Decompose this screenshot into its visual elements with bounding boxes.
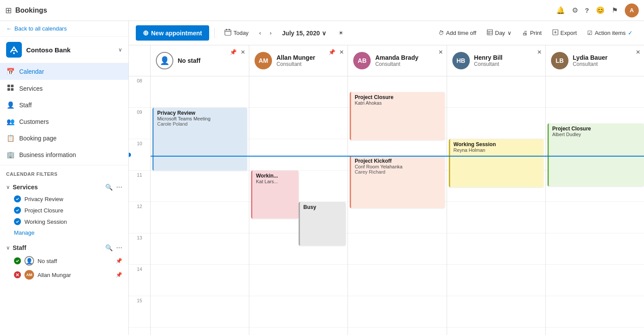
prev-arrow-icon: ‹ <box>259 30 261 36</box>
staff-col-henry: HB Henry Bill Consultant ✕ <box>447 45 546 76</box>
date-picker-button[interactable]: July 15, 2020 ∨ <box>278 27 331 39</box>
emoji-icon[interactable]: 😊 <box>596 6 605 14</box>
customers-nav-icon: 👥 <box>6 118 15 126</box>
time-11: 11 <box>129 171 150 202</box>
services-search-icon[interactable]: 🔍 <box>105 184 113 191</box>
clock-icon: ⏱ <box>438 30 444 36</box>
time-14: 14 <box>129 265 150 296</box>
print-icon: 🖨 <box>522 30 528 36</box>
cal-col-lydia[interactable]: Project Closure Albert Dudley <box>546 76 644 335</box>
henry-col-role: Consultant <box>474 61 503 67</box>
next-button[interactable]: › <box>267 27 274 39</box>
settings-icon[interactable]: ⚙ <box>572 6 578 14</box>
appointment-busy-allan[interactable]: Busy <box>299 202 346 246</box>
add-time-off-button[interactable]: ⏱ Add time off <box>434 27 481 39</box>
apt-sub: Reyna Holman <box>454 147 540 153</box>
content-area: ⊕ New appointment Today ‹ › July 15, 202… <box>129 21 644 335</box>
appointment-project-closure-lydia[interactable]: Project Closure Albert Dudley <box>548 123 644 186</box>
filter-working-session[interactable]: Working Session <box>0 216 128 227</box>
flag-icon[interactable]: ⚑ <box>612 6 618 14</box>
lydia-col-role: Consultant <box>573 61 608 67</box>
new-appointment-button[interactable]: ⊕ New appointment <box>136 25 209 41</box>
allan-col-name: Allan Munger <box>276 54 315 61</box>
nostaff-col-avatar: 👤 <box>156 52 173 69</box>
action-items-check: ✓ <box>628 30 633 36</box>
services-filter-header[interactable]: ∨ Services 🔍 ⋯ <box>0 181 128 193</box>
services-more-icon[interactable]: ⋯ <box>116 184 122 191</box>
apt-title: Working Session <box>454 141 540 147</box>
nostaff-avatar: 👤 <box>24 256 34 266</box>
allan-col-close-icon[interactable]: ✕ <box>339 49 344 55</box>
nav-customers[interactable]: 👥 Customers <box>0 113 128 130</box>
henry-col-close-icon[interactable]: ✕ <box>537 49 542 55</box>
lydia-col-close-icon[interactable]: ✕ <box>636 49 641 55</box>
back-to-calendars[interactable]: ← Back to all calendars <box>0 21 128 37</box>
nostaff-pin-icon[interactable]: 📌 <box>116 258 122 264</box>
staff-col-amanda: AB Amanda Brady Consultant ✕ <box>348 45 447 76</box>
today-button[interactable]: Today <box>220 26 253 40</box>
nostaff-col-close-icon[interactable]: ✕ <box>241 49 245 55</box>
action-items-button[interactable]: ☑ Action items ✓ <box>583 27 637 39</box>
apt-title: Workin... <box>256 173 295 179</box>
print-button[interactable]: 🖨 Print <box>518 27 546 39</box>
allan-col-pin-icon[interactable]: 📌 <box>328 49 335 55</box>
amanda-col-info: Amanda Brady Consultant <box>375 54 418 67</box>
amanda-col-close-icon[interactable]: ✕ <box>438 49 443 55</box>
user-avatar[interactable]: A <box>625 3 639 17</box>
hour-line <box>151 296 249 328</box>
allan-pin-icon[interactable]: 📌 <box>116 272 122 278</box>
day-view-button[interactable]: Day ∨ <box>482 27 516 39</box>
amanda-col-name: Amanda Brady <box>375 54 418 61</box>
nostaff-col-pin-icon[interactable]: 📌 <box>230 49 237 55</box>
next-arrow-icon: › <box>270 30 272 36</box>
filter-project-closure[interactable]: Project Closure <box>0 205 128 216</box>
svg-rect-9 <box>226 29 227 31</box>
export-button[interactable]: Export <box>548 27 582 39</box>
nav-staff[interactable]: 👤 Staff <box>0 97 128 113</box>
help-icon[interactable]: ? <box>585 7 589 14</box>
time-09: 09 <box>129 108 150 139</box>
staff-filter-allan[interactable]: AM Allan Mungar 📌 <box>0 268 128 282</box>
appointment-working-allan[interactable]: Workin... Kat Lars... <box>251 171 299 219</box>
grid-icon[interactable]: ⊞ <box>5 6 12 15</box>
henry-col-info: Henry Bill Consultant <box>474 54 503 67</box>
svg-rect-4 <box>7 88 10 91</box>
cal-col-nostaff[interactable]: Privacy Review Microsoft Teams Meeting C… <box>151 76 249 335</box>
booking-page-nav-icon: 📋 <box>6 134 15 142</box>
staff-filter-nostaff[interactable]: 👤 No staff 📌 <box>0 254 128 268</box>
nav-calendar[interactable]: 📅 Calendar <box>0 63 128 80</box>
date-chevron-icon: ∨ <box>322 30 326 37</box>
staff-more-icon[interactable]: ⋯ <box>116 244 122 251</box>
apt-sub: Kat Lars... <box>256 179 295 184</box>
staff-columns-header: 👤 No staff 📌 ✕ AM Allan Munger Consultan… <box>151 45 644 76</box>
org-header[interactable]: Contoso Bank ∨ <box>0 37 128 63</box>
allan-label: Allan Mungar <box>38 272 71 278</box>
cal-col-amanda[interactable]: Project Closure Katri Ahokas Project Kic… <box>348 76 447 335</box>
apt-sub: Katri Ahokas <box>355 100 441 106</box>
new-appointment-plus-icon: ⊕ <box>143 29 148 37</box>
apt-title: Privacy Review <box>157 110 244 116</box>
calendar-nav-icon: 📅 <box>6 68 15 75</box>
cal-col-henry[interactable]: Working Session Reyna Holman <box>447 76 546 335</box>
nav-booking-page[interactable]: 📋 Booking page <box>0 130 128 147</box>
filter-privacy-review[interactable]: Privacy Review <box>0 193 128 205</box>
notification-icon[interactable]: 🔔 <box>556 6 565 14</box>
services-nav-icon <box>6 84 15 92</box>
weather-button[interactable]: ☀ <box>334 27 348 39</box>
staff-filter-header[interactable]: ∨ Staff 🔍 ⋯ <box>0 242 128 254</box>
toolbar-right: ⏱ Add time off Day ∨ 🖨 Print <box>434 27 637 39</box>
prev-button[interactable]: ‹ <box>256 27 263 39</box>
nav-services-label: Services <box>19 85 43 92</box>
nav-services[interactable]: Services <box>0 80 128 97</box>
nav-business-info[interactable]: 🏢 Business information <box>0 147 128 163</box>
nav-customers-label: Customers <box>19 118 49 125</box>
appointment-project-kickoff-amanda[interactable]: Project Kickoff Conf Room Yelahanka Care… <box>350 156 444 208</box>
staff-search-icon[interactable]: 🔍 <box>105 244 113 251</box>
org-chevron-icon[interactable]: ∨ <box>118 47 122 53</box>
appointment-working-session-henry[interactable]: Working Session Reyna Holman <box>449 139 544 187</box>
manage-services-link[interactable]: Manage <box>0 227 128 238</box>
cal-col-allan[interactable]: Workin... Kat Lars... Busy <box>249 76 348 335</box>
appointment-project-closure-amanda[interactable]: Project Closure Katri Ahokas <box>350 92 444 140</box>
appointment-privacy-review-nostaff[interactable]: Privacy Review Microsoft Teams Meeting C… <box>152 108 247 171</box>
staff-nav-icon: 👤 <box>6 101 15 109</box>
